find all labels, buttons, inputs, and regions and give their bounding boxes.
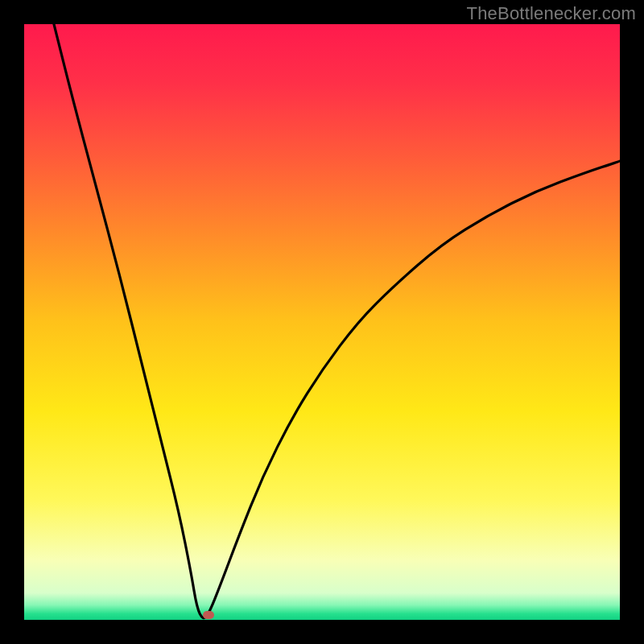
optimal-point-marker <box>203 611 214 619</box>
plot-area <box>24 24 620 620</box>
chart-stage: TheBottlenecker.com <box>0 0 644 644</box>
watermark-text: TheBottlenecker.com <box>467 3 636 24</box>
bottleneck-curve <box>24 24 620 620</box>
